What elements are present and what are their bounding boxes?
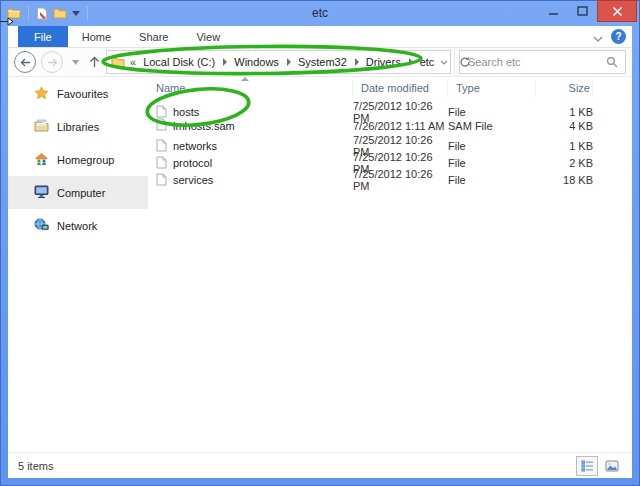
file-name: lmhosts.sam [173, 120, 235, 132]
homegroup-icon [34, 152, 49, 168]
sidebar-item-label: Homegroup [57, 154, 114, 166]
breadcrumb-item-local-disk[interactable]: Local Disk (C:) [143, 56, 215, 68]
breadcrumb-separator-icon[interactable] [408, 56, 413, 68]
file-row-hosts[interactable]: hosts 7/25/2012 10:26 PM File 1 KB [148, 100, 632, 117]
search-box [459, 50, 626, 74]
maximize-button[interactable] [568, 0, 597, 22]
sort-ascending-icon [241, 77, 249, 81]
toolbar-separator [87, 6, 88, 20]
address-folder-icon [111, 56, 125, 68]
sidebar-item-label: Network [57, 220, 97, 232]
sidebar-item-computer[interactable]: Computer [8, 176, 148, 209]
navigation-bar: « Local Disk (C:) Windows System32 Drive… [8, 48, 632, 77]
sidebar-item-label: Computer [57, 187, 105, 199]
computer-icon [34, 185, 49, 200]
file-name: services [173, 174, 213, 186]
new-item-icon[interactable] [36, 7, 48, 20]
file-type: SAM File [448, 120, 536, 132]
file-row-networks[interactable]: networks 7/25/2012 10:26 PM File 1 KB [148, 134, 632, 151]
libraries-icon [34, 119, 49, 134]
file-type: File [448, 106, 536, 118]
breadcrumb-item-system32[interactable]: System32 [298, 56, 347, 68]
file-type: File [448, 157, 536, 169]
file-size: 4 KB [536, 120, 593, 132]
file-size: 18 KB [536, 174, 593, 186]
main-area: Favourites Libraries Homegroup [8, 77, 632, 452]
file-date: 7/26/2012 1:11 AM [353, 120, 448, 132]
column-headers: Name Date modified Type Size [148, 77, 632, 100]
file-icon [156, 118, 167, 133]
file-name: networks [173, 140, 217, 152]
tab-home[interactable]: Home [68, 26, 125, 47]
breadcrumb-item-drivers[interactable]: Drivers [366, 56, 401, 68]
file-name: protocol [173, 157, 212, 169]
breadcrumb-separator-icon[interactable] [286, 56, 291, 68]
toolbar-separator [28, 6, 29, 20]
address-dropdown-icon[interactable] [434, 51, 454, 73]
sidebar-item-homegroup[interactable]: Homegroup [8, 143, 148, 176]
folder-icon[interactable] [53, 7, 67, 19]
file-icon [156, 139, 167, 154]
details-view-button[interactable] [576, 456, 598, 476]
close-button[interactable] [597, 0, 637, 22]
sidebar-item-label: Favourites [57, 88, 108, 100]
file-row-lmhosts[interactable]: lmhosts.sam 7/26/2012 1:11 AM SAM File 4… [148, 117, 632, 134]
navigation-pane: Favourites Libraries Homegroup [8, 77, 148, 452]
quick-access-toolbar [0, 6, 90, 20]
file-row-protocol[interactable]: protocol 7/25/2012 10:26 PM File 2 KB [148, 151, 632, 168]
file-row-services[interactable]: services 7/25/2012 10:26 PM File 18 KB [148, 168, 632, 185]
breadcrumb-item-etc[interactable]: etc [420, 56, 435, 68]
expand-ribbon-icon[interactable] [593, 28, 603, 46]
toolbar-dropdown-icon[interactable] [72, 11, 80, 16]
address-bar[interactable]: « Local Disk (C:) Windows System32 Drive… [106, 50, 451, 74]
ribbon-tab-bar: File Home Share View ? [8, 26, 632, 48]
column-header-type[interactable]: Type [448, 80, 536, 97]
sidebar-item-network[interactable]: Network [8, 209, 148, 242]
file-type: File [448, 174, 536, 186]
column-header-size[interactable]: Size [536, 80, 593, 97]
network-icon [34, 218, 49, 233]
up-button[interactable] [87, 52, 101, 72]
title-bar: etc [0, 0, 640, 26]
sidebar-item-label: Libraries [57, 121, 99, 133]
window-frame: etc File Home Share View ? [0, 0, 640, 486]
column-header-name[interactable]: Name [148, 80, 353, 97]
recent-locations-icon[interactable] [68, 52, 82, 72]
explorer-folder-icon[interactable] [7, 7, 21, 19]
breadcrumb: « Local Disk (C:) Windows System32 Drive… [130, 56, 434, 68]
file-list: Name Date modified Type Size hosts 7/25/… [148, 77, 632, 452]
file-date: 7/25/2012 10:26 PM [353, 168, 448, 192]
breadcrumb-separator-icon[interactable] [222, 56, 227, 68]
large-icons-view-button[interactable] [602, 457, 622, 475]
breadcrumb-overflow[interactable]: « [130, 56, 136, 68]
search-input[interactable] [460, 56, 599, 68]
file-size: 1 KB [536, 106, 593, 118]
forward-button[interactable] [41, 51, 63, 73]
item-count: 5 items [18, 460, 53, 472]
breadcrumb-item-windows[interactable]: Windows [234, 56, 279, 68]
star-icon [34, 86, 49, 102]
column-header-date-modified[interactable]: Date modified [353, 80, 448, 97]
tab-view[interactable]: View [182, 26, 234, 47]
help-icon[interactable]: ? [611, 29, 626, 44]
tab-file[interactable]: File [18, 26, 68, 47]
sidebar-item-favourites[interactable]: Favourites [8, 77, 148, 110]
minimize-button[interactable] [539, 0, 568, 22]
tab-share[interactable]: Share [125, 26, 182, 47]
file-icon [156, 156, 167, 171]
search-icon[interactable] [599, 56, 625, 68]
file-size: 2 KB [536, 157, 593, 169]
breadcrumb-separator-icon[interactable] [354, 56, 359, 68]
sidebar-item-libraries[interactable]: Libraries [8, 110, 148, 143]
window-controls [539, 0, 637, 22]
file-type: File [448, 140, 536, 152]
file-icon [156, 173, 167, 188]
file-name: hosts [173, 106, 199, 118]
back-button[interactable] [14, 51, 36, 73]
status-bar: 5 items [8, 452, 632, 478]
refresh-icon[interactable] [454, 51, 475, 73]
window-content: File Home Share View ? [8, 26, 632, 478]
file-size: 1 KB [536, 140, 593, 152]
